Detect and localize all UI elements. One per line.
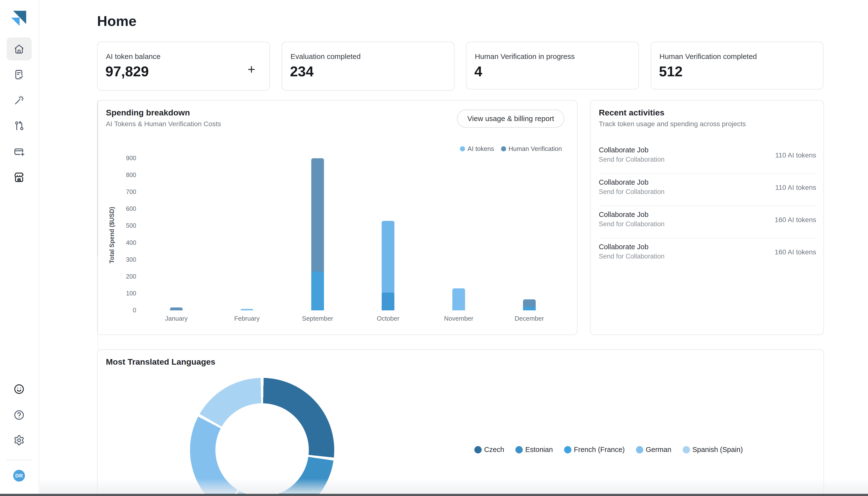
smiley-icon — [13, 384, 25, 395]
credit-card-plus-icon — [13, 146, 25, 157]
y-tick-label: 700 — [112, 188, 136, 196]
stat-value: 97,829 — [105, 63, 149, 79]
sidebar-item-workflows[interactable] — [13, 120, 25, 131]
sidebar-item-help[interactable] — [13, 409, 25, 421]
sidebar-item-home[interactable] — [13, 43, 25, 55]
activity-title: Collaborate Job — [599, 178, 648, 186]
legend-dot — [636, 446, 643, 453]
x-tick-label: January — [149, 315, 203, 322]
activity-list: Collaborate JobSend for Collaboration110… — [599, 142, 816, 271]
app-logo — [11, 11, 27, 26]
legend-dot — [474, 446, 482, 453]
legend-dot — [564, 446, 571, 453]
y-tick-label: 900 — [112, 155, 136, 162]
bar-september — [311, 272, 324, 310]
stat-label: Human Verification in progress — [475, 52, 575, 61]
sidebar-item-settings[interactable] — [13, 435, 25, 446]
sidebar-item-ai-tools[interactable] — [13, 95, 25, 106]
legend-dot — [683, 446, 690, 453]
panel-title: Most Translated Languages — [106, 357, 216, 367]
user-avatar[interactable]: DR — [13, 470, 25, 482]
stat-label: Evaluation completed — [290, 52, 361, 61]
activity-subtitle: Send for Collaboration — [599, 188, 665, 196]
stat-value: 234 — [290, 63, 314, 79]
help-icon — [13, 409, 25, 421]
x-tick-label: December — [503, 315, 556, 322]
y-tick-label: 200 — [112, 273, 136, 280]
gridline-vertical — [97, 100, 98, 255]
bar-december — [523, 307, 536, 310]
activity-title: Collaborate Job — [599, 243, 648, 251]
panel-title: Recent activities — [599, 108, 664, 118]
activity-row[interactable]: Collaborate JobSend for Collaboration160… — [599, 206, 816, 238]
y-tick-label: 300 — [112, 256, 136, 263]
stat-card-hv-in-progress: Human Verification in progress 4 — [466, 42, 639, 90]
git-workflow-icon — [13, 120, 25, 131]
bar-january — [170, 307, 183, 310]
window-bottom-edge — [0, 494, 868, 496]
activity-subtitle: Send for Collaboration — [599, 220, 665, 228]
x-tick-label: November — [432, 315, 486, 322]
sidebar-item-feedback[interactable] — [13, 384, 25, 395]
activity-title: Collaborate Job — [599, 146, 648, 154]
stat-label: AI token balance — [106, 52, 161, 61]
legend-label: Spanish (Spain) — [692, 446, 743, 454]
x-tick-label: September — [291, 315, 345, 322]
gear-icon — [13, 435, 25, 446]
bottom-fade — [40, 478, 868, 494]
sidebar-item-marketplace[interactable] — [13, 172, 25, 183]
add-tokens-button[interactable]: + — [248, 63, 255, 76]
page-title: Home — [97, 13, 137, 29]
legend-item-estonian: Estonian — [516, 446, 553, 454]
bar-chart: 0100200300400500600700800900JanuaryFebru… — [97, 100, 578, 336]
recent-activities-panel: Recent activities Track token usage and … — [590, 100, 824, 335]
activity-row[interactable]: Collaborate JobSend for Collaboration110… — [599, 142, 816, 174]
legend-label: Estonian — [525, 446, 553, 454]
legend-label: German — [646, 446, 672, 454]
sidebar-divider — [6, 460, 31, 460]
sidebar-item-billing[interactable] — [13, 146, 25, 157]
app-window: DR Home AI token balance 97,829 + Evalua… — [0, 0, 868, 496]
legend-label: French (France) — [574, 446, 625, 454]
stat-label: Human Verification completed — [660, 52, 757, 61]
activity-row[interactable]: Collaborate JobSend for Collaboration110… — [599, 174, 816, 206]
y-tick-label: 500 — [112, 222, 136, 229]
x-tick-label: February — [220, 315, 274, 322]
legend-item-spanish-spain-: Spanish (Spain) — [683, 446, 743, 454]
languages-legend: CzechEstonianFrench (France)GermanSpanis… — [474, 446, 743, 454]
home-icon — [13, 43, 25, 55]
stat-value: 4 — [474, 63, 482, 79]
x-tick-label: October — [361, 315, 415, 322]
bar-october — [382, 293, 394, 310]
legend-item-german: German — [636, 446, 672, 454]
bar-february — [241, 309, 253, 310]
stat-card-ai-token-balance: AI token balance 97,829 + — [97, 42, 270, 91]
activity-row[interactable]: Collaborate JobSend for Collaboration160… — [599, 238, 816, 271]
y-tick-label: 400 — [112, 239, 136, 246]
legend-dot — [516, 446, 523, 453]
bar-november — [452, 288, 465, 310]
legend-item-french-france-: French (France) — [564, 446, 625, 454]
activity-token-value: 160 AI tokens — [775, 216, 816, 224]
activity-subtitle: Send for Collaboration — [599, 253, 665, 260]
store-icon — [13, 172, 25, 183]
activity-token-value: 110 AI tokens — [775, 184, 816, 191]
activity-token-value: 110 AI tokens — [775, 151, 816, 159]
activity-subtitle: Send for Collaboration — [599, 156, 665, 164]
stat-value: 512 — [659, 63, 683, 79]
magic-wand-icon — [13, 95, 25, 106]
panel-subtitle: Track token usage and spending across pr… — [599, 120, 746, 128]
legend-item-czech: Czech — [474, 446, 504, 454]
stat-card-hv-completed: Human Verification completed 512 — [651, 42, 823, 90]
stat-card-evaluation-completed: Evaluation completed 234 — [282, 42, 455, 91]
y-tick-label: 0 — [112, 307, 136, 314]
legend-label: Czech — [484, 446, 504, 454]
y-tick-label: 600 — [112, 205, 136, 212]
clipboard-check-icon — [13, 69, 25, 80]
sidebar: DR — [0, 0, 39, 496]
most-translated-languages-panel: Most Translated Languages CzechEstonianF… — [97, 349, 824, 496]
activity-title: Collaborate Job — [599, 211, 648, 219]
activity-token-value: 160 AI tokens — [775, 248, 816, 256]
sidebar-item-evaluations[interactable] — [13, 69, 25, 80]
y-tick-label: 800 — [112, 171, 136, 179]
